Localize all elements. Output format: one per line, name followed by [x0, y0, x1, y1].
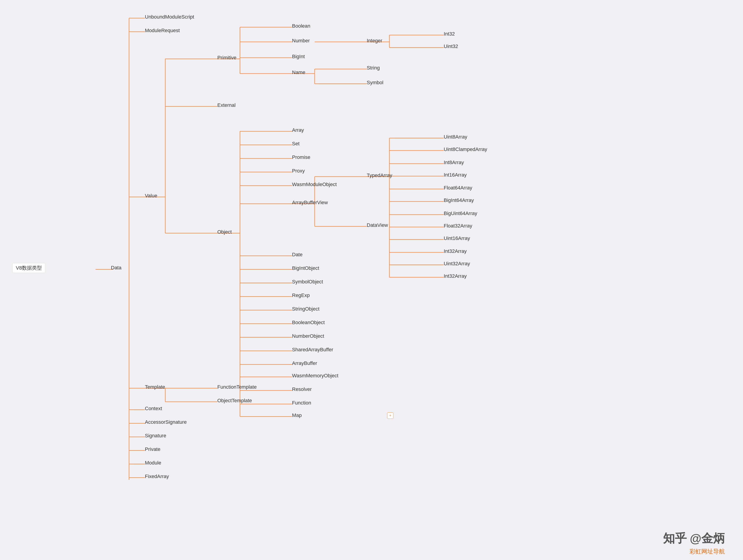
- node-int32: Int32: [444, 31, 455, 37]
- node-modulerequest: ModuleRequest: [145, 28, 180, 34]
- node-symbolobject: SymbolObject: [292, 279, 323, 285]
- node-integer: Integer: [367, 38, 382, 44]
- node-dataview: DataView: [367, 222, 388, 228]
- node-int32array: Int32Array: [444, 248, 467, 254]
- node-module: Module: [145, 460, 161, 466]
- node-wasmmoduleobject: WasmModuleObject: [292, 181, 337, 187]
- node-map: Map: [292, 413, 302, 418]
- node-int16array: Int16Array: [444, 172, 467, 178]
- node-string: String: [367, 65, 380, 71]
- node-stringobject: StringObject: [292, 306, 319, 312]
- node-uint8array: Uint8Array: [444, 134, 467, 140]
- node-sharedarraybuffer: SharedArrayBuffer: [292, 347, 333, 353]
- node-fixedarray: FixedArray: [145, 474, 169, 479]
- node-object: Object: [217, 229, 232, 235]
- node-float32array: Float32Array: [444, 223, 472, 229]
- node-name: Name: [292, 70, 305, 75]
- node-accessorsignature: AccessorSignature: [145, 419, 187, 425]
- watermark: 知乎 @金炳: [663, 530, 725, 547]
- node-signature: Signature: [145, 433, 166, 439]
- node-booleanobject: BooleanObject: [292, 319, 324, 326]
- node-context: Context: [145, 405, 162, 412]
- node-arraybufferview: ArrayBufferView: [292, 200, 328, 206]
- node-objecttemplate: ObjectTemplate: [217, 398, 252, 403]
- node-wasmmemoryobject: WasmMemoryObject: [292, 373, 339, 379]
- node-biguint64array: BigUint64Array: [444, 211, 477, 216]
- node-regexp: RegExp: [292, 293, 310, 298]
- diagram-container: V8数据类型 Data UnboundModuleScript ModuleRe…: [0, 0, 743, 560]
- node-numberobject: NumberObject: [292, 333, 324, 339]
- node-external: External: [217, 102, 236, 108]
- node-bigint: BigInt: [292, 54, 305, 59]
- node-arraybuffer: ArrayBuffer: [292, 360, 317, 366]
- node-primitive: Primitive: [217, 55, 236, 61]
- node-resolver: Resolver: [292, 386, 312, 392]
- node-int8array: Int8Array: [444, 160, 464, 166]
- node-typedarray: TypedArray: [367, 172, 392, 178]
- node-value: Value: [145, 193, 157, 199]
- expand-map-button[interactable]: +: [387, 413, 393, 419]
- node-bigintobject: BigIntObject: [292, 265, 319, 271]
- node-date: Date: [292, 252, 302, 258]
- node-symbol: Symbol: [367, 80, 383, 86]
- node-array: Array: [292, 127, 304, 133]
- node-promise: Promise: [292, 155, 310, 160]
- node-int32array2: Int32Array: [444, 273, 467, 279]
- node-private: Private: [145, 446, 160, 452]
- node-function: Function: [292, 400, 311, 406]
- node-template: Template: [145, 384, 165, 390]
- root-node: V8数据类型: [12, 263, 45, 273]
- node-number: Number: [292, 38, 310, 44]
- node-bigint64array: BigInt64Array: [444, 198, 474, 203]
- node-uint16array: Uint16Array: [444, 235, 470, 241]
- node-float64array: Float64Array: [444, 185, 472, 191]
- node-boolean: Boolean: [292, 23, 310, 29]
- node-uint32array: Uint32Array: [444, 261, 470, 267]
- data-node: Data: [111, 265, 121, 271]
- node-uint32: Uint32: [444, 43, 458, 49]
- node-proxy: Proxy: [292, 168, 305, 174]
- watermark-sub: 彩虹网址导航: [690, 548, 725, 556]
- node-unboundmodulescript: UnboundModuleScript: [145, 14, 194, 20]
- node-set: Set: [292, 141, 300, 147]
- node-uint8clampedarray: Uint8ClampedArray: [444, 146, 487, 152]
- node-functiontemplate: FunctionTemplate: [217, 384, 257, 390]
